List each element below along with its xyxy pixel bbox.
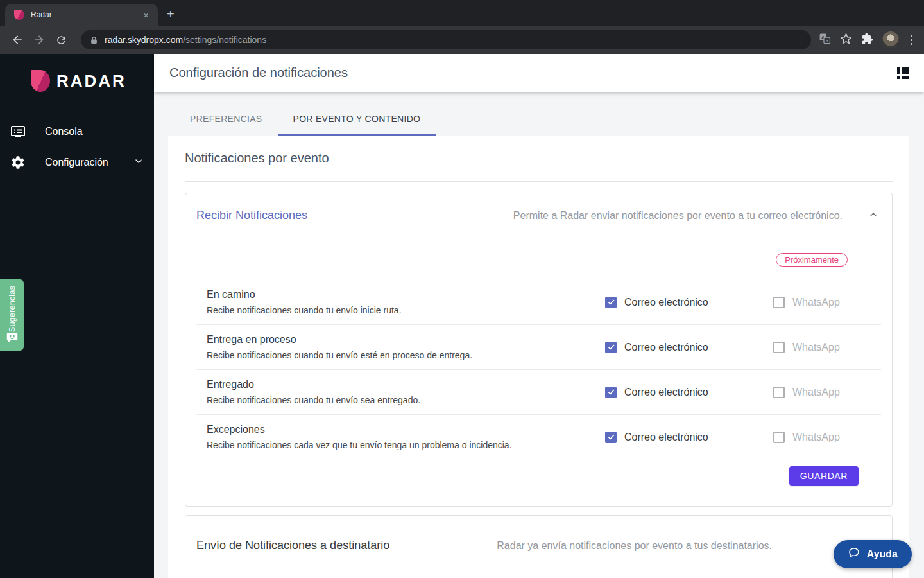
card-description: Radar ya envía notificaciones por evento… <box>497 540 772 552</box>
notification-row-excepciones: Excepciones Recibe notificaciones cada v… <box>196 415 881 459</box>
url-host: radar.skydropx.com <box>105 35 183 45</box>
translate-icon[interactable]: Aa <box>819 33 831 48</box>
row-title: Excepciones <box>207 424 605 435</box>
browser-menu-icon[interactable] <box>908 35 915 45</box>
whatsapp-checkbox[interactable] <box>773 342 785 353</box>
row-title: Entregado <box>207 379 605 390</box>
brand-name: RADAR <box>56 71 126 91</box>
email-checkbox-label: Correo electrónico <box>624 342 708 353</box>
row-title: En camino <box>207 289 605 301</box>
email-checkbox-label: Correo electrónico <box>624 387 708 398</box>
card-title: Envío de Notificaciones a destinatario <box>196 539 497 552</box>
card-description: Permite a Radar enviar notificaciones po… <box>513 210 843 222</box>
whatsapp-checkbox-label: WhatsApp <box>792 432 840 443</box>
help-label: Ayuda <box>867 548 898 560</box>
suggestions-tab[interactable]: Sugerencias <box>0 279 24 351</box>
help-button[interactable]: Ayuda <box>834 540 912 568</box>
email-checkbox-label: Correo electrónico <box>624 297 708 308</box>
notifications-panel: Notificaciones por evento Recibir Notifi… <box>168 136 909 578</box>
whatsapp-checkbox-label: WhatsApp <box>792 342 840 353</box>
row-description: Recibe notificaciones cuando tu envío in… <box>207 305 605 315</box>
tab-por-evento-y-contenido[interactable]: POR EVENTO Y CONTENIDO <box>278 105 436 136</box>
forward-icon[interactable] <box>30 31 48 49</box>
save-button[interactable]: GUARDAR <box>789 466 859 486</box>
tab-preferencias[interactable]: PREFERENCIAS <box>175 105 278 136</box>
email-checkbox[interactable] <box>605 432 617 443</box>
card-title: Recibir Notificaciones <box>196 209 513 222</box>
radar-leaf-icon <box>31 70 50 92</box>
sidebar-item-label: Configuración <box>45 157 133 168</box>
gear-icon <box>10 155 26 170</box>
row-title: Entrega en proceso <box>207 334 605 346</box>
notification-row-en-camino: En camino Recibe notificaciones cuando t… <box>196 280 881 325</box>
radar-favicon-icon <box>14 10 24 20</box>
console-icon <box>10 124 26 139</box>
page-header: Configuración de notificaciones <box>154 54 924 92</box>
notification-row-entregado: Entregado Recibe notificaciones cuando t… <box>196 370 881 415</box>
whatsapp-checkbox[interactable] <box>773 387 785 398</box>
tab-bar: PREFERENCIAS POR EVENTO Y CONTENIDO <box>154 92 924 136</box>
page-title: Configuración de notificaciones <box>169 66 897 80</box>
apps-grid-icon[interactable] <box>897 67 909 79</box>
bookmark-star-icon[interactable] <box>840 33 852 48</box>
tab-close-icon[interactable]: × <box>141 10 151 21</box>
section-title: Notificaciones por evento <box>185 151 893 166</box>
sidebar-item-label: Consola <box>45 126 144 137</box>
email-checkbox[interactable] <box>605 297 617 308</box>
collapse-chevron-up-icon[interactable] <box>868 209 878 222</box>
url-path: /settings/notifications <box>183 35 266 45</box>
address-bar[interactable]: radar.skydropx.com/settings/notification… <box>81 30 811 49</box>
recipient-notifications-card: Envío de Notificaciones a destinatario R… <box>185 515 893 578</box>
svg-text:a: a <box>826 38 828 42</box>
new-tab-button[interactable]: + <box>167 7 175 22</box>
extensions-puzzle-icon[interactable] <box>861 33 873 48</box>
whatsapp-checkbox[interactable] <box>773 432 785 443</box>
row-description: Recibe notificaciones cada vez que tu en… <box>207 440 605 450</box>
chevron-down-icon <box>133 156 144 169</box>
sidebar-item-consola[interactable]: Consola <box>0 116 154 147</box>
radar-logo: RADAR <box>0 54 154 92</box>
browser-toolbar: radar.skydropx.com/settings/notification… <box>0 26 924 54</box>
https-lock-icon <box>90 36 98 44</box>
reload-icon[interactable] <box>52 31 70 49</box>
section-divider <box>185 181 893 182</box>
whatsapp-checkbox-label: WhatsApp <box>792 387 840 398</box>
email-checkbox[interactable] <box>605 342 617 353</box>
browser-tabstrip: Radar × + <box>0 0 924 26</box>
notification-row-entrega-en-proceso: Entrega en proceso Recibe notificaciones… <box>196 325 881 370</box>
profile-avatar[interactable] <box>882 31 899 48</box>
browser-tab-title: Radar <box>31 10 141 19</box>
email-checkbox[interactable] <box>605 387 617 398</box>
row-description: Recibe notificaciones cuando tu envío se… <box>207 395 605 405</box>
url-text: radar.skydropx.com/settings/notification… <box>105 35 266 45</box>
sidebar-item-configuracion[interactable]: Configuración <box>0 147 154 178</box>
suggestions-label: Sugerencias <box>7 286 17 332</box>
whatsapp-checkbox[interactable] <box>773 297 785 308</box>
row-description: Recibe notificaciones cuando tu envío es… <box>207 350 605 360</box>
back-icon[interactable] <box>8 31 26 49</box>
receive-notifications-card: Recibir Notificaciones Permite a Radar e… <box>185 193 893 507</box>
coming-soon-badge: Próximamente <box>776 253 848 267</box>
whatsapp-checkbox-label: WhatsApp <box>792 297 840 308</box>
email-checkbox-label: Correo electrónico <box>624 432 708 443</box>
chat-bubble-icon <box>848 547 860 562</box>
smiley-bubble-icon <box>6 332 18 346</box>
browser-tab[interactable]: Radar × <box>5 4 158 26</box>
